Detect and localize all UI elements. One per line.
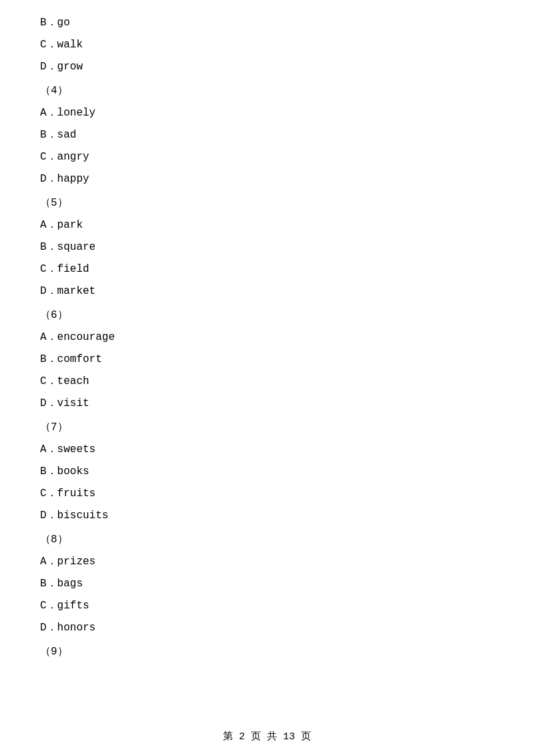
list-item: C．fruits — [40, 484, 494, 504]
question-number: （7） — [40, 418, 494, 437]
list-item: B．square — [40, 238, 494, 257]
question-block-4: （4） A．lonely B．sad C．angry D．happy — [40, 81, 494, 188]
list-item: D．market — [40, 282, 494, 301]
list-item: B．sad — [40, 126, 494, 145]
list-item: B．go — [40, 13, 494, 33]
question-number: （9） — [40, 642, 494, 662]
list-item: A．park — [40, 216, 494, 235]
list-item: B．bags — [40, 574, 494, 594]
list-item: B．comfort — [40, 350, 494, 369]
question-number: （5） — [40, 194, 494, 213]
question-block-9: （9） — [40, 642, 494, 662]
question-block-8: （8） A．prizes B．bags C．gifts D．honors — [40, 530, 494, 637]
list-item: B．books — [40, 462, 494, 482]
page-footer: 第 2 页 共 13 页 — [0, 730, 534, 743]
list-item: A．prizes — [40, 552, 494, 572]
question-block-5: （5） A．park B．square C．field D．market — [40, 194, 494, 301]
list-item: D．biscuits — [40, 506, 494, 526]
question-number: （4） — [40, 81, 494, 101]
list-item: A．sweets — [40, 440, 494, 459]
list-item: C．walk — [40, 35, 494, 55]
list-item: D．visit — [40, 394, 494, 413]
question-number: （8） — [40, 530, 494, 550]
list-item: A．lonely — [40, 104, 494, 123]
question-block-6: （6） A．encourage B．comfort C．teach D．visi… — [40, 306, 494, 413]
page-number-text: 第 2 页 共 13 页 — [223, 731, 311, 743]
list-item: D．honors — [40, 618, 494, 638]
list-item: D．grow — [40, 57, 494, 77]
list-item: C．teach — [40, 372, 494, 391]
list-item: D．happy — [40, 170, 494, 189]
question-number: （6） — [40, 306, 494, 325]
list-item: A．encourage — [40, 328, 494, 347]
question-block-7: （7） A．sweets B．books C．fruits D．biscuits — [40, 418, 494, 525]
list-item: C．gifts — [40, 596, 494, 616]
list-item: C．field — [40, 260, 494, 279]
list-item: C．angry — [40, 148, 494, 167]
question-block-0: B．go C．walk D．grow — [40, 13, 494, 76]
page-content: B．go C．walk D．grow （4） A．lonely B．sad C．… — [0, 0, 534, 705]
